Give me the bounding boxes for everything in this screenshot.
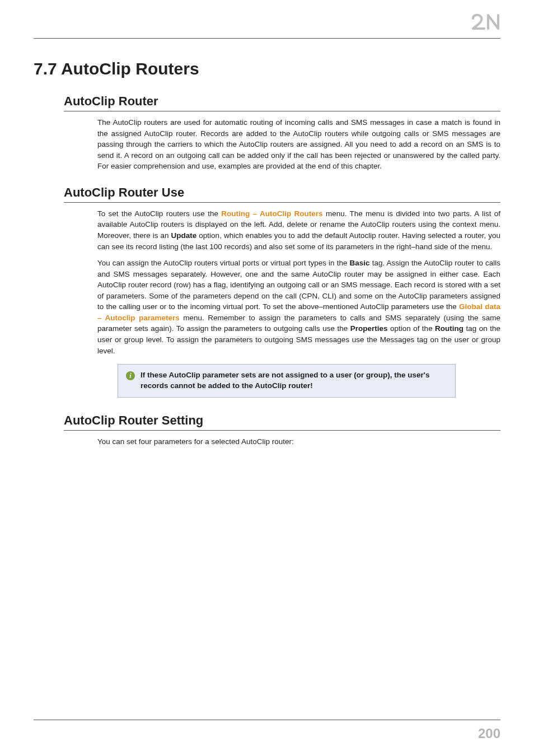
tag-name: Routing <box>435 324 463 333</box>
text: You can assign the AutoClip routers virt… <box>97 259 350 267</box>
page-title: 7.7 AutoClip Routers <box>34 59 500 78</box>
content: 7.7 AutoClip Routers AutoClip Router The… <box>34 59 500 447</box>
section-heading-autoclip-router-use: AutoClip Router Use <box>64 185 500 203</box>
text: option of the <box>387 324 435 333</box>
option-name: Properties <box>350 324 388 333</box>
paragraph: You can assign the AutoClip routers virt… <box>97 258 500 356</box>
tag-name: Basic <box>350 259 370 267</box>
section-heading-autoclip-router-setting: AutoClip Router Setting <box>64 413 500 431</box>
page-number: 200 <box>478 726 500 741</box>
paragraph: To set the AutoClip routers use the Rout… <box>97 208 500 252</box>
brand-logo-2n <box>471 12 500 30</box>
header-rule <box>34 38 500 39</box>
option-name: Update <box>171 231 197 240</box>
info-callout: i If these AutoClip parameter sets are n… <box>118 364 456 398</box>
menu-path-link: Routing – AutoClip Routers <box>221 209 322 218</box>
text: To set the AutoClip routers use the <box>97 209 221 218</box>
paragraph: The AutoClip routers are used for automa… <box>97 117 500 172</box>
page: 7.7 AutoClip Routers AutoClip Router The… <box>0 0 534 756</box>
callout-text: If these AutoClip parameter sets are not… <box>140 370 447 391</box>
info-icon: i <box>126 371 135 380</box>
section-heading-autoclip-router: AutoClip Router <box>64 94 500 111</box>
paragraph: You can set four parameters for a select… <box>97 436 500 447</box>
footer-rule <box>34 720 500 720</box>
